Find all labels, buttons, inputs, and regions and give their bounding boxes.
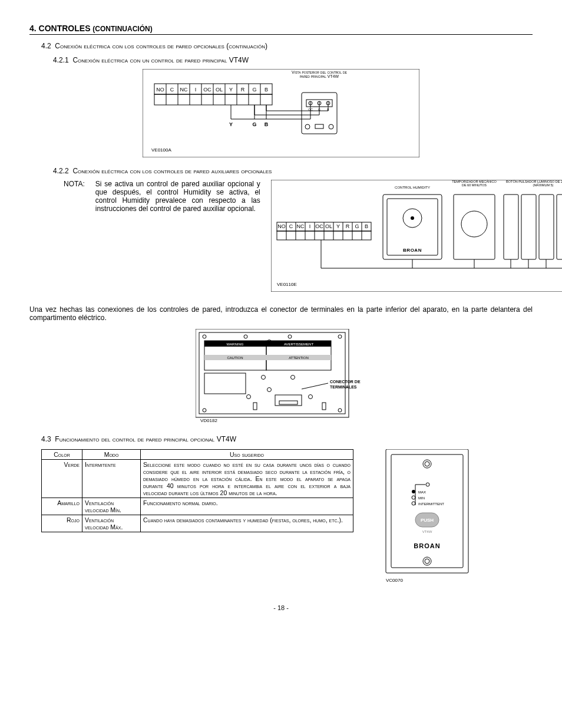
- page-number: - 18 -: [29, 604, 533, 611]
- cell-color: Verde: [42, 460, 82, 498]
- diagram-4-2-2: BROAN CONTROL HUMIDITY TEMPORIZADOR MECÁ…: [271, 180, 562, 294]
- diagram-code: VE0110E: [277, 282, 297, 287]
- cell-mode: Ventilación velocidad Mín.: [82, 498, 141, 515]
- sub-number: 4.2.2: [53, 167, 69, 175]
- subsection-4-2-1: 4.2.1 Conexión eléctrica con un control …: [53, 56, 533, 64]
- svg-text:BROAN: BROAN: [414, 542, 440, 549]
- table-header: Color: [42, 450, 82, 460]
- sub-title: Conexión eléctrica con un control de par…: [72, 56, 249, 64]
- svg-text:NC: NC: [180, 87, 188, 93]
- svg-text:NO: NO: [156, 87, 164, 93]
- svg-rect-117: [279, 401, 297, 404]
- svg-rect-60: [539, 195, 554, 259]
- diagram-4-2-1: Y G B OC G B Vista posterior del control…: [29, 69, 533, 157]
- svg-rect-119: [322, 403, 326, 410]
- sub-title: Conexión eléctrica con los controles de …: [72, 167, 272, 175]
- svg-text:G: G: [318, 108, 320, 111]
- svg-text:Y: Y: [229, 121, 233, 127]
- svg-text:NC: NC: [296, 223, 304, 229]
- cell-mode: Intermitente: [82, 460, 141, 498]
- sub-title: Funcionamiento del control de pared prin…: [55, 435, 236, 443]
- svg-point-112: [291, 375, 295, 380]
- svg-text:OC: OC: [203, 87, 211, 93]
- svg-text:OL: OL: [325, 223, 332, 229]
- svg-rect-56: [454, 195, 495, 259]
- diagram-connector: WARNING AVERTISSEMENT CAUTION ATTENTION …: [29, 329, 533, 423]
- svg-text:MAX: MAX: [418, 490, 426, 494]
- svg-point-115: [309, 395, 313, 399]
- svg-text:ATTENTION: ATTENTION: [289, 356, 309, 360]
- modes-table: Color Modo Uso sugerido Verde Intermiten…: [41, 449, 353, 532]
- svg-point-114: [247, 395, 251, 399]
- svg-text:PUSH: PUSH: [421, 518, 434, 523]
- svg-text:MIN: MIN: [418, 496, 425, 500]
- svg-rect-59: [521, 195, 536, 259]
- svg-text:VT4W: VT4W: [422, 530, 432, 533]
- svg-rect-51: [387, 199, 438, 255]
- cell-use: Funcionamento normal diario.: [141, 498, 353, 515]
- subsection-4-2-2: 4.2.2 Conexión eléctrica con los control…: [53, 167, 533, 175]
- svg-point-93: [203, 335, 206, 338]
- section-title-text: Controles: [39, 24, 91, 33]
- note-label: NOTA:: [64, 180, 85, 294]
- back-view-label: Vista posterior del control de pared pri…: [290, 70, 349, 78]
- svg-text:Y: Y: [229, 87, 233, 93]
- diagram-code: VC0070: [386, 578, 403, 583]
- svg-text:OL: OL: [216, 87, 223, 93]
- note-text: Si se activa un control de pared auxilia…: [95, 180, 260, 294]
- svg-text:CONTROL HUMIDITY: CONTROL HUMIDITY: [395, 186, 430, 189]
- section-number: 4.: [29, 24, 37, 33]
- svg-point-94: [244, 335, 247, 338]
- svg-rect-0: [143, 69, 419, 157]
- svg-point-135: [412, 496, 415, 499]
- table-row: Amarillo Ventilación velocidad Mín. Func…: [42, 498, 353, 515]
- svg-point-134: [412, 490, 415, 493]
- table-header: Uso sugerido: [141, 450, 353, 460]
- svg-text:G: G: [252, 121, 256, 127]
- svg-point-129: [423, 557, 431, 565]
- svg-point-128: [425, 462, 429, 466]
- svg-point-130: [425, 559, 429, 564]
- svg-point-25: [305, 124, 310, 129]
- svg-text:R: R: [346, 223, 350, 229]
- svg-text:AVERTISSEMENT: AVERTISSEMENT: [284, 342, 313, 346]
- svg-text:C: C: [289, 223, 293, 229]
- svg-point-53: [411, 216, 414, 220]
- section-continuation: (continuación): [92, 25, 152, 33]
- svg-point-136: [412, 502, 415, 505]
- svg-rect-27: [315, 124, 323, 129]
- table-row: Rojo Ventilación velocidad Máx. Cuando h…: [42, 515, 353, 532]
- sub-number: 4.2.1: [53, 56, 69, 64]
- svg-point-113: [267, 388, 272, 392]
- svg-text:B: B: [265, 121, 269, 127]
- svg-point-96: [338, 335, 342, 338]
- table-row: Verde Intermitente Seleccione este modo …: [42, 460, 353, 498]
- svg-rect-126: [391, 454, 463, 568]
- table-header: Modo: [82, 450, 141, 460]
- svg-line-122: [302, 383, 328, 389]
- vt4w-control-illustration: MAX MIN INTERMITTENT PUSH VT4W BROAN VC0…: [383, 449, 471, 587]
- svg-text:B: B: [265, 87, 268, 93]
- diagram-code: VE0100A: [151, 147, 171, 153]
- svg-text:G: G: [355, 223, 359, 229]
- svg-point-133: [426, 483, 429, 486]
- svg-text:B: B: [327, 108, 329, 111]
- svg-point-95: [288, 335, 292, 338]
- svg-point-127: [423, 460, 431, 468]
- svg-text:I: I: [195, 87, 197, 93]
- svg-text:G: G: [252, 87, 256, 93]
- svg-text:INTERMITTENT: INTERMITTENT: [418, 502, 444, 506]
- svg-text:R: R: [241, 87, 245, 93]
- sub-number: 4.3: [41, 435, 51, 443]
- subsection-4-2: 4.2 Conexión eléctrica con los controles…: [41, 42, 533, 50]
- svg-point-57: [461, 211, 487, 237]
- svg-text:TERMINALES: TERMINALES: [330, 385, 357, 389]
- cell-mode: Ventilación velocidad Máx.: [82, 515, 141, 532]
- sub-number: 4.2: [41, 42, 51, 50]
- svg-text:CAUTION: CAUTION: [227, 356, 243, 360]
- svg-text:BROAN: BROAN: [403, 248, 422, 253]
- subsection-4-3: 4.3 Funcionamiento del control de pared …: [41, 435, 533, 443]
- svg-point-120: [203, 409, 206, 412]
- cell-use: Seleccione este modo cuando no esté en s…: [141, 460, 353, 498]
- diagram-code: VD0182: [200, 418, 217, 423]
